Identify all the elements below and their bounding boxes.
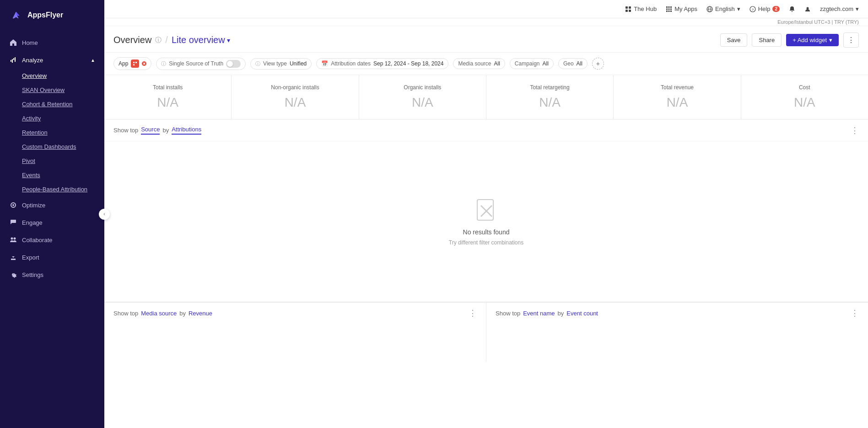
attributions-label[interactable]: Attributions bbox=[172, 126, 201, 135]
attribution-dates-filter-chip[interactable]: 📅 Attribution dates Sep 12, 2024 - Sep 1… bbox=[316, 58, 448, 69]
page-subtitle[interactable]: Lite overview ▾ bbox=[172, 35, 230, 45]
save-button[interactable]: Save bbox=[720, 33, 748, 47]
single-source-toggle[interactable] bbox=[226, 60, 241, 68]
hub-label: The Hub bbox=[634, 5, 657, 12]
user-profile-button[interactable] bbox=[804, 6, 811, 12]
sidebar-item-engage[interactable]: Engage bbox=[0, 214, 104, 231]
svg-point-3 bbox=[14, 238, 16, 240]
stat-card-non-organic: Non-organic installs N/A bbox=[232, 75, 359, 119]
sidebar-subitem-events[interactable]: Events bbox=[0, 168, 104, 182]
sidebar-subitem-people-based[interactable]: People-Based Attribution bbox=[0, 182, 104, 196]
add-widget-chevron-icon: ▾ bbox=[829, 37, 832, 43]
geo-value: All bbox=[577, 60, 582, 67]
add-widget-button[interactable]: + Add widget ▾ bbox=[786, 34, 839, 46]
help-link[interactable]: ? Help 2 bbox=[749, 5, 780, 12]
bottom-revenue-label[interactable]: Revenue bbox=[189, 310, 212, 317]
bottom-widget-1-more-button[interactable]: ⋮ bbox=[469, 309, 477, 317]
sidebar-collapse-button[interactable]: ‹ bbox=[99, 209, 110, 220]
sidebar-item-export-label: Export bbox=[22, 254, 39, 261]
bottom-event-count-label[interactable]: Event count bbox=[566, 310, 598, 317]
source-label[interactable]: Source bbox=[141, 126, 160, 135]
my-apps-label: My Apps bbox=[674, 5, 697, 12]
sidebar-navigation: Home Analyze ▲ Overview SKAN Overview Co… bbox=[0, 30, 104, 428]
sidebar-item-optimize[interactable]: Optimize bbox=[0, 196, 104, 214]
page-title: Overview bbox=[113, 35, 151, 45]
sidebar-subitem-retention[interactable]: Retention bbox=[0, 125, 104, 140]
sidebar-item-collaborate[interactable]: Collaborate bbox=[0, 231, 104, 249]
domain-label: zzgtech.com bbox=[820, 5, 853, 12]
page-title-info-icon[interactable]: ⓘ bbox=[155, 36, 162, 44]
svg-rect-15 bbox=[669, 11, 670, 12]
sidebar-subitem-activity[interactable]: Activity bbox=[0, 111, 104, 125]
top-bar: The Hub My Apps English ▾ ? Help 2 bbox=[104, 0, 868, 18]
campaign-filter-chip[interactable]: Campaign All bbox=[510, 58, 554, 69]
language-selector[interactable]: English ▾ bbox=[706, 5, 740, 12]
svg-rect-10 bbox=[670, 6, 672, 8]
svg-rect-25 bbox=[133, 64, 135, 65]
stat-label-non-organic: Non-organic installs bbox=[241, 84, 349, 91]
bottom-widget-event-header: Show top Event name by Event count ⋮ bbox=[496, 309, 859, 317]
sidebar-item-settings[interactable]: Settings bbox=[0, 266, 104, 283]
analyze-chevron-icon: ▲ bbox=[91, 58, 95, 63]
bottom-media-source-label[interactable]: Media source bbox=[141, 310, 177, 317]
svg-rect-9 bbox=[669, 6, 670, 8]
stat-value-revenue: N/A bbox=[623, 95, 731, 110]
bottom-widget-2-more-button[interactable]: ⋮ bbox=[851, 309, 859, 317]
media-source-filter-chip[interactable]: Media source All bbox=[453, 58, 505, 69]
language-chevron-icon: ▾ bbox=[737, 5, 740, 12]
stat-card-cost: Cost N/A bbox=[741, 75, 868, 119]
by-label: by bbox=[162, 127, 169, 134]
campaign-value: All bbox=[543, 60, 549, 67]
sidebar-item-analyze[interactable]: Analyze ▲ bbox=[0, 51, 104, 69]
add-widget-label: + Add widget bbox=[793, 37, 827, 43]
sidebar-subitem-overview[interactable]: Overview bbox=[0, 69, 104, 83]
sidebar-subitem-custom-dashboards[interactable]: Custom Dashboards bbox=[0, 140, 104, 154]
sidebar-subitem-cohort[interactable]: Cohort & Retention bbox=[0, 97, 104, 111]
bottom-by-label-1: by bbox=[179, 310, 186, 317]
share-button[interactable]: Share bbox=[752, 33, 782, 47]
more-options-button[interactable]: ⋮ bbox=[843, 33, 859, 48]
stat-label-retargeting: Total retargeting bbox=[496, 84, 604, 91]
empty-state-subtitle: Try different filter combinations bbox=[449, 239, 523, 246]
single-source-filter-chip[interactable]: ⓘ Single Source of Truth bbox=[156, 58, 246, 70]
sidebar-subitem-skan[interactable]: SKAN Overview bbox=[0, 83, 104, 97]
main-content: The Hub My Apps English ▾ ? Help 2 bbox=[104, 0, 868, 428]
top-widget-header: Show top Source by Attributions ⋮ bbox=[104, 119, 868, 141]
bottom-by-label-2: by bbox=[558, 310, 564, 317]
page-header-right: Save Share + Add widget ▾ ⋮ bbox=[720, 33, 859, 48]
svg-rect-6 bbox=[625, 10, 628, 12]
geo-filter-chip[interactable]: Geo All bbox=[558, 58, 588, 69]
view-type-filter-chip[interactable]: ⓘ View type Unified bbox=[250, 58, 312, 70]
svg-rect-14 bbox=[666, 11, 668, 12]
add-filter-button[interactable]: + bbox=[592, 58, 604, 70]
stat-value-retargeting: N/A bbox=[496, 95, 604, 110]
svg-rect-16 bbox=[670, 11, 672, 12]
bottom-widget-event-name: Show top Event name by Event count ⋮ bbox=[486, 303, 868, 362]
sidebar-item-settings-label: Settings bbox=[22, 271, 43, 278]
sidebar-subitem-pivot[interactable]: Pivot bbox=[0, 154, 104, 168]
bottom-widget-media-header: Show top Media source by Revenue ⋮ bbox=[113, 309, 477, 317]
single-source-label: Single Source of Truth bbox=[169, 60, 223, 67]
hub-link[interactable]: The Hub bbox=[625, 5, 657, 12]
logo: AppsFlyer bbox=[0, 0, 104, 30]
app-filter-chip[interactable]: App bbox=[113, 57, 151, 70]
sidebar-item-export[interactable]: Export bbox=[0, 249, 104, 266]
bell-icon bbox=[789, 6, 795, 12]
widget-more-button[interactable]: ⋮ bbox=[851, 126, 859, 135]
notifications-button[interactable] bbox=[789, 6, 795, 12]
svg-rect-5 bbox=[629, 6, 631, 9]
sidebar: AppsFlyer Home Analyze ▲ Overview bbox=[0, 0, 104, 428]
logo-text: AppsFlyer bbox=[27, 11, 63, 19]
my-apps-link[interactable]: My Apps bbox=[666, 5, 697, 12]
attribution-dates-value: Sep 12, 2024 - Sep 18, 2024 bbox=[373, 60, 443, 67]
geo-label: Geo bbox=[563, 60, 574, 67]
bottom-show-top-label-1: Show top bbox=[113, 310, 138, 317]
bottom-event-name-label[interactable]: Event name bbox=[523, 310, 555, 317]
view-type-value: Unified bbox=[290, 60, 307, 67]
domain-link[interactable]: zzgtech.com ▾ bbox=[820, 5, 859, 12]
media-source-label: Media source bbox=[458, 60, 491, 67]
sidebar-item-home[interactable]: Home bbox=[0, 34, 104, 51]
svg-rect-11 bbox=[666, 8, 668, 10]
stat-value-non-organic: N/A bbox=[241, 95, 349, 110]
app-icon bbox=[131, 60, 139, 68]
